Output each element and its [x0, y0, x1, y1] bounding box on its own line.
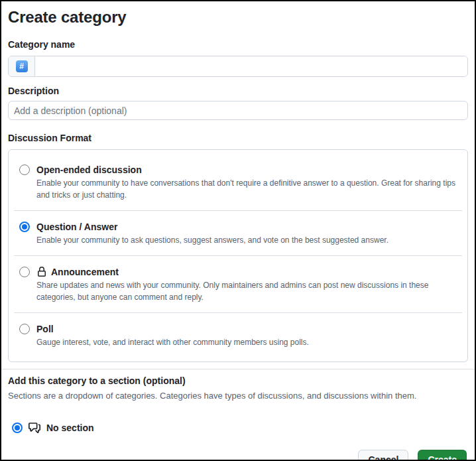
- page-title: Create category: [8, 7, 468, 28]
- option-title: Announcement: [51, 265, 119, 279]
- category-name-input-group: #: [8, 56, 468, 77]
- format-option-open-ended[interactable]: Open-ended discussion Enable your commun…: [9, 154, 467, 210]
- format-option-question-answer[interactable]: Question / Answer Enable your community …: [9, 211, 467, 255]
- emoji-picker-button[interactable]: #: [9, 56, 35, 76]
- no-section-option[interactable]: No section: [8, 422, 468, 434]
- description-input[interactable]: [8, 101, 468, 120]
- no-section-label: No section: [46, 423, 94, 433]
- option-description: Enable your community to ask questions, …: [36, 234, 457, 246]
- option-description: Gauge interest, vote, and interact with …: [36, 336, 457, 348]
- option-title: Poll: [36, 322, 54, 336]
- category-name-label: Category name: [8, 38, 468, 50]
- discussion-format-box: Open-ended discussion Enable your commun…: [8, 149, 468, 362]
- option-title: Open-ended discussion: [36, 163, 142, 176]
- radio-no-section[interactable]: [12, 423, 23, 433]
- comment-discussion-icon: [29, 422, 40, 434]
- hash-keycap-emoji-icon: #: [16, 60, 28, 72]
- option-title: Question / Answer: [36, 220, 117, 233]
- create-category-dialog: Create category Category name # Descript…: [1, 1, 475, 461]
- format-option-announcement[interactable]: Announcement Share updates and news with…: [9, 256, 467, 312]
- option-description: Share updates and news with your communi…: [36, 279, 457, 303]
- radio-open-ended[interactable]: [19, 165, 30, 175]
- lock-icon: [36, 267, 47, 277]
- add-section-heading: Add this category to a section (optional…: [8, 375, 468, 387]
- dialog-footer: Cancel Create: [8, 450, 468, 461]
- discussion-format-label: Discussion Format: [8, 132, 468, 144]
- radio-announcement[interactable]: [19, 267, 30, 277]
- description-label: Description: [8, 85, 468, 97]
- format-option-poll[interactable]: Poll Gauge interest, vote, and interact …: [9, 313, 467, 358]
- create-button[interactable]: Create: [418, 450, 467, 461]
- cancel-button[interactable]: Cancel: [358, 450, 408, 461]
- option-description: Enable your community to have conversati…: [36, 177, 457, 201]
- radio-question-answer[interactable]: [19, 222, 30, 232]
- add-section-note: Sections are a dropdown of categories. C…: [8, 390, 468, 402]
- radio-poll[interactable]: [19, 324, 30, 334]
- section-divider: [1, 369, 475, 369]
- category-name-input[interactable]: [35, 56, 467, 76]
